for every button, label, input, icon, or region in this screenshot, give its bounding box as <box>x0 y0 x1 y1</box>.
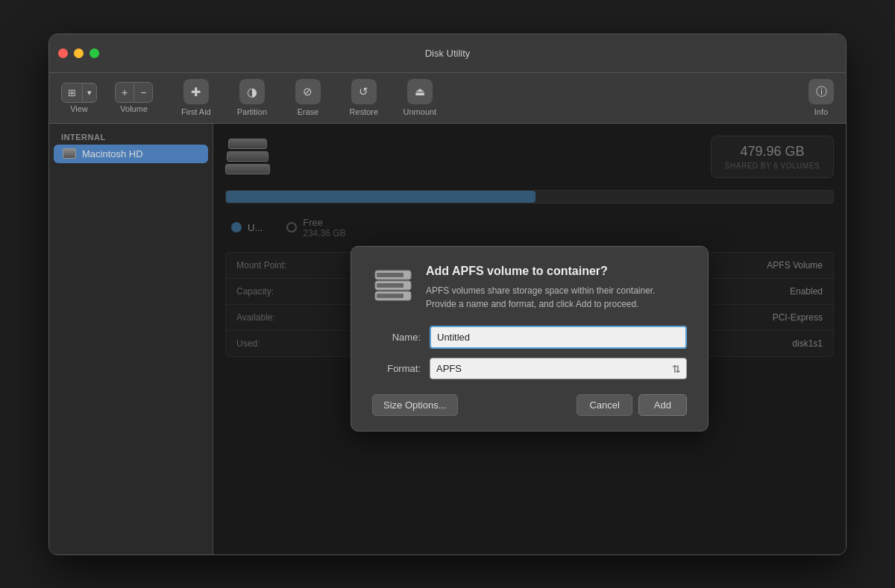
sidebar-disk-icon <box>63 148 76 159</box>
unmount-button[interactable]: ⏏ Unmount <box>399 79 440 116</box>
modal-form: Name: Format: APFS APFS (Encrypted) APFS… <box>372 326 687 379</box>
view-volume-group: ⊞ ▾ <box>61 83 97 103</box>
sidebar-section-label: Internal <box>49 130 213 145</box>
disk-utility-window: Disk Utility ⊞ ▾ View + − Volume ✚ F <box>48 34 847 555</box>
view-label: View <box>70 104 88 113</box>
info-button[interactable]: ⓘ Info <box>808 79 834 116</box>
format-select-wrapper: APFS APFS (Encrypted) APFS (Case-sensiti… <box>430 358 687 379</box>
modal-description: APFS volumes share storage space within … <box>426 284 687 311</box>
maximize-button[interactable] <box>90 48 99 58</box>
main-content: Internal Macintosh HD 479.96 GB SHARED B… <box>49 124 846 554</box>
partition-label: Partition <box>237 107 267 116</box>
svg-rect-5 <box>377 294 403 298</box>
name-row: Name: <box>372 326 687 349</box>
unmount-icon: ⏏ <box>407 79 433 104</box>
add-volume-button[interactable]: + <box>116 83 134 102</box>
erase-button[interactable]: ⊘ Erase <box>287 79 328 116</box>
svg-rect-3 <box>377 283 403 288</box>
modal-header: Add APFS volume to container? APFS volum… <box>372 265 687 311</box>
svg-rect-1 <box>377 273 403 277</box>
modal-buttons-right: Cancel Add <box>577 394 687 416</box>
cancel-button[interactable]: Cancel <box>577 394 632 416</box>
detail-panel: 479.96 GB SHARED BY 6 VOLUMES U... Free <box>213 124 846 554</box>
partition-icon: ◑ <box>239 79 265 104</box>
volume-label: Volume <box>120 104 148 113</box>
first-aid-icon: ✚ <box>183 79 209 104</box>
unmount-label: Unmount <box>403 107 437 116</box>
erase-icon: ⊘ <box>295 79 321 104</box>
format-row: Format: APFS APFS (Encrypted) APFS (Case… <box>372 358 687 379</box>
add-remove-group: + − <box>115 82 153 103</box>
modal-disk-icon <box>372 265 414 306</box>
restore-button[interactable]: ↺ Restore <box>343 79 384 116</box>
name-input[interactable] <box>430 326 687 349</box>
window-title: Disk Utility <box>425 48 471 59</box>
traffic-lights <box>58 48 99 58</box>
sidebar: Internal Macintosh HD <box>49 124 213 554</box>
modal-overlay: Add APFS volume to container? APFS volum… <box>213 124 846 554</box>
first-aid-button[interactable]: ✚ First Aid <box>175 79 216 116</box>
minimize-button[interactable] <box>74 48 84 58</box>
sidebar-item-label: Macintosh HD <box>82 148 143 159</box>
modal-text-block: Add APFS volume to container? APFS volum… <box>426 265 687 311</box>
format-select[interactable]: APFS APFS (Encrypted) APFS (Case-sensiti… <box>430 358 687 379</box>
sidebar-item-macintosh-hd[interactable]: Macintosh HD <box>54 145 208 163</box>
restore-label: Restore <box>350 107 379 116</box>
titlebar: Disk Utility <box>49 34 846 73</box>
info-label: Info <box>814 107 828 116</box>
modal-title: Add APFS volume to container? <box>426 265 687 278</box>
close-button[interactable] <box>58 48 68 58</box>
toolbar: ⊞ ▾ View + − Volume ✚ First Aid ◑ <box>49 73 846 124</box>
view-dropdown-button[interactable]: ▾ <box>83 84 96 101</box>
remove-volume-button[interactable]: − <box>134 83 152 102</box>
modal-buttons: Size Options... Cancel Add <box>372 394 687 416</box>
info-icon: ⓘ <box>808 79 834 104</box>
first-aid-label: First Aid <box>181 107 211 116</box>
format-label: Format: <box>372 363 421 374</box>
add-button[interactable]: Add <box>638 394 687 416</box>
add-apfs-modal: Add APFS volume to container? APFS volum… <box>351 246 709 431</box>
view-toggle-button[interactable]: ⊞ <box>62 83 82 102</box>
partition-button[interactable]: ◑ Partition <box>231 79 272 116</box>
name-label: Name: <box>372 332 421 343</box>
restore-icon: ↺ <box>351 79 377 104</box>
erase-label: Erase <box>298 107 319 116</box>
size-options-button[interactable]: Size Options... <box>372 394 458 416</box>
